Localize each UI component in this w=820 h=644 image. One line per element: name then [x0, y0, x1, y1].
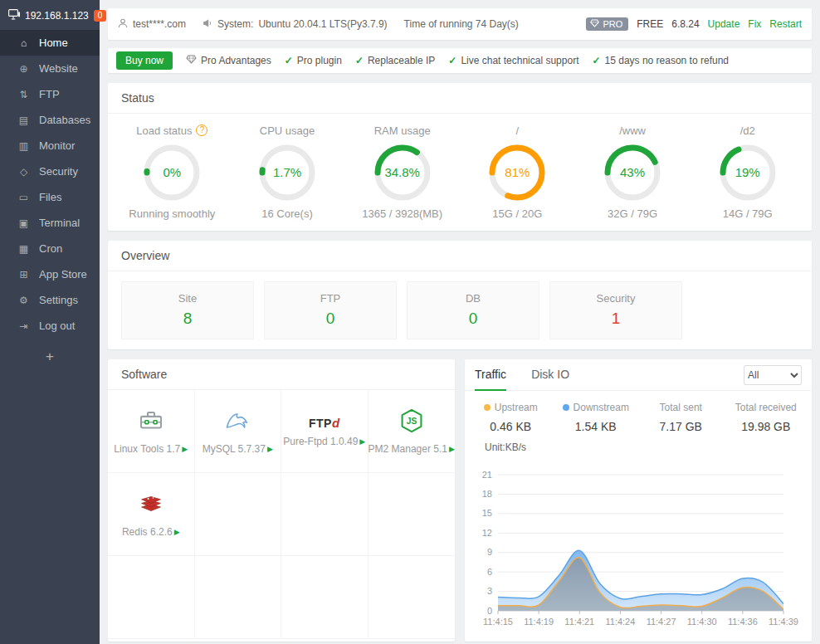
overview-card-site[interactable]: Site8	[121, 281, 254, 339]
gauge-disk-root: / 81% 15G / 20G	[460, 122, 575, 222]
toolbox-icon	[138, 407, 164, 437]
feature-replaceable-ip: ✓Replaceable IP	[355, 55, 435, 66]
sidebar-item-cron[interactable]: ▦Cron	[0, 236, 100, 261]
main-content: test****.com System: Ubuntu 20.04.1 LTS(…	[100, 0, 820, 644]
traffic-stats: Upstream0.46 KB Downstream1.54 KB Total …	[465, 391, 812, 435]
run-icon: ▶	[449, 445, 455, 453]
chart-unit-label: Unit:KB/s	[473, 442, 803, 453]
software-item-pm2[interactable]: JS PM2 Manager 5.1▶	[369, 390, 456, 473]
status-title: Status	[108, 83, 812, 114]
software-item-pure-ftpd[interactable]: FTPd Pure-Ftpd 1.0.49▶	[281, 390, 369, 473]
gauge-disk-d2: /d2 19% 14G / 79G	[690, 122, 805, 222]
sidebar-item-home[interactable]: ⌂Home	[0, 30, 100, 56]
check-icon: ✓	[285, 55, 293, 66]
sidebar-item-monitor[interactable]: ▥Monitor	[0, 133, 100, 159]
run-icon: ▶	[267, 445, 273, 453]
svg-text:9: 9	[487, 547, 492, 557]
software-item-mysql[interactable]: MySQL 5.7.37▶	[195, 390, 282, 473]
downstream-dot-icon	[563, 404, 569, 411]
sidebar-item-settings[interactable]: ⚙Settings	[0, 287, 100, 313]
stat-total-sent: Total sent7.17 GB	[638, 402, 724, 433]
svg-text:0: 0	[487, 606, 492, 616]
gem-icon	[186, 55, 197, 66]
software-empty-cell	[281, 473, 369, 556]
sidebar-add-button[interactable]: +	[0, 349, 100, 365]
software-empty-cell	[195, 556, 282, 639]
svg-text:21: 21	[482, 470, 492, 480]
sidebar-item-app-store[interactable]: ⊞App Store	[0, 261, 100, 287]
pro-advantages[interactable]: Pro Advantages	[186, 55, 271, 66]
sidebar-item-logout[interactable]: ⇥Log out	[0, 313, 100, 339]
app-store-icon: ⊞	[17, 269, 30, 281]
files-icon: ▭	[17, 192, 30, 203]
redis-stack-icon	[138, 490, 164, 520]
monitor-screen-icon	[8, 9, 20, 22]
sidebar-item-databases[interactable]: ▤Databases	[0, 107, 100, 133]
sidebar-item-website[interactable]: ⊕Website	[0, 56, 100, 81]
update-link[interactable]: Update	[708, 18, 740, 30]
feature-live-chat: ✓Live chat technical support	[448, 55, 578, 66]
gauges-row: Load status? 0% Running smoothly CPU usa…	[108, 114, 812, 231]
traffic-filter-select[interactable]: All	[744, 365, 802, 385]
svg-text:12: 12	[482, 528, 492, 538]
overview-card-db[interactable]: DB0	[407, 281, 539, 339]
version-label: 6.8.24	[671, 18, 699, 30]
overview-card-ftp[interactable]: FTP0	[264, 281, 397, 339]
fix-link[interactable]: Fix	[748, 18, 761, 30]
run-icon: ▶	[174, 528, 180, 536]
mysql-dolphin-icon	[224, 407, 251, 437]
stat-downstream: Downstream1.54 KB	[554, 402, 639, 433]
restart-link[interactable]: Restart	[769, 18, 802, 30]
logout-icon: ⇥	[17, 320, 30, 332]
terminal-icon: ▣	[17, 217, 30, 229]
svg-text:11:4:39: 11:4:39	[769, 617, 798, 627]
top-bar: test****.com System: Ubuntu 20.04.1 LTS(…	[108, 8, 812, 40]
server-ip: 192.168.1.123	[25, 10, 89, 22]
server-header: 192.168.1.123 0	[0, 0, 100, 30]
website-icon: ⊕	[17, 63, 30, 75]
monitor-icon: ▥	[17, 140, 30, 152]
traffic-chart-area: Unit:KB/s 03691215182111:4:1511:4:1911:4…	[465, 435, 812, 634]
svg-text:11:4:24: 11:4:24	[605, 617, 635, 627]
upstream-dot-icon	[484, 404, 491, 411]
announcement-icon	[203, 18, 212, 31]
gauge-cpu-usage: CPU usage 1.7% 16 Core(s)	[230, 122, 345, 222]
software-title: Software	[108, 359, 455, 390]
sidebar-item-files[interactable]: ▭Files	[0, 184, 100, 210]
account-item[interactable]: test****.com	[118, 18, 186, 31]
system-info: System: Ubuntu 20.04.1 LTS(Py3.7.9)	[203, 18, 388, 31]
overview-card-security[interactable]: Security1	[549, 281, 682, 339]
stat-total-received: Total received19.98 GB	[724, 402, 809, 433]
databases-icon: ▤	[17, 115, 30, 126]
gem-icon	[590, 19, 599, 29]
svg-text:11:4:15: 11:4:15	[483, 617, 513, 627]
sidebar-item-security[interactable]: ◇Security	[0, 159, 100, 184]
tab-disk-io[interactable]: Disk IO	[531, 359, 569, 391]
check-icon: ✓	[592, 55, 600, 66]
ftpd-logo-icon: FTPd	[309, 416, 340, 430]
sidebar-item-terminal[interactable]: ▣Terminal	[0, 210, 100, 236]
check-icon: ✓	[448, 55, 456, 66]
user-icon	[118, 18, 128, 31]
run-icon: ▶	[359, 437, 365, 446]
software-item-redis[interactable]: Redis 6.2.6▶	[108, 473, 195, 556]
cron-icon: ▦	[17, 243, 30, 255]
home-icon: ⌂	[17, 37, 30, 49]
svg-text:JS: JS	[406, 417, 417, 426]
svg-text:11:4:30: 11:4:30	[687, 617, 717, 627]
overview-title: Overview	[108, 241, 812, 271]
run-icon: ▶	[182, 445, 188, 453]
software-empty-cell	[281, 556, 369, 639]
svg-text:11:4:19: 11:4:19	[524, 617, 554, 627]
help-icon[interactable]: ?	[196, 124, 207, 136]
software-empty-cell	[369, 556, 456, 639]
sidebar-item-ftp[interactable]: ⇅FTP	[0, 81, 100, 107]
pro-badge[interactable]: PRO	[586, 17, 628, 31]
software-item-linux-tools[interactable]: Linux Tools 1.7▶	[108, 390, 195, 473]
traffic-chart: 03691215182111:4:1511:4:1911:4:2111:4:24…	[473, 455, 800, 631]
software-empty-cell	[369, 473, 456, 556]
promo-bar: Buy now Pro Advantages ✓Pro plugin ✓Repl…	[108, 48, 812, 73]
nodejs-hexagon-icon: JS	[398, 407, 425, 437]
buy-now-button[interactable]: Buy now	[116, 51, 173, 70]
tab-traffic[interactable]: Traffic	[475, 359, 506, 391]
